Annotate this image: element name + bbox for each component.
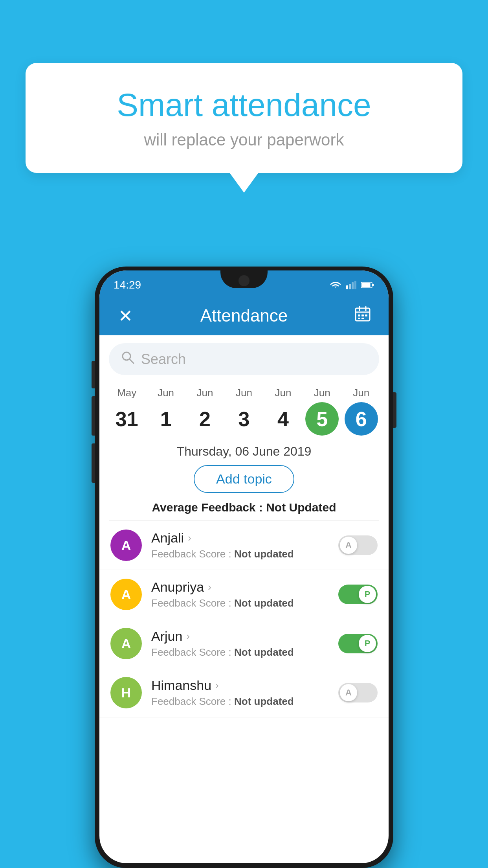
avatar: H <box>110 677 142 708</box>
date-item[interactable]: Jun5 <box>303 387 341 436</box>
date-item[interactable]: May31 <box>108 387 145 436</box>
student-item[interactable]: AAnupriya ›Feedback Score : Not updatedP <box>99 570 389 619</box>
date-item[interactable]: Jun4 <box>264 387 302 436</box>
signal-icon <box>346 281 356 289</box>
average-feedback: Average Feedback : Not Updated <box>99 501 389 514</box>
calendar-button[interactable] <box>351 305 374 326</box>
svg-rect-11 <box>358 314 360 316</box>
svg-rect-2 <box>352 282 354 289</box>
date-number[interactable]: 6 <box>345 402 378 436</box>
student-name: Himanshu › <box>151 678 338 693</box>
toggle-knob: P <box>359 586 376 603</box>
svg-rect-5 <box>362 283 371 287</box>
attendance-toggle[interactable]: A <box>338 535 378 555</box>
student-item[interactable]: HHimanshu ›Feedback Score : Not updatedA <box>99 668 389 717</box>
feedback-score: Feedback Score : Not updated <box>151 548 338 560</box>
search-icon <box>121 350 135 368</box>
silent-button <box>92 443 95 483</box>
student-name: Arjun › <box>151 629 338 644</box>
camera <box>238 275 250 286</box>
date-number[interactable]: 4 <box>266 402 300 436</box>
svg-rect-1 <box>349 284 351 289</box>
power-button <box>393 392 396 428</box>
feedback-score: Feedback Score : Not updated <box>151 646 338 658</box>
phone-screen: 14:29 <box>99 270 389 863</box>
volume-down-button <box>92 396 95 436</box>
student-info: Anjali ›Feedback Score : Not updated <box>151 530 338 560</box>
speech-bubble: Smart attendance will replace your paper… <box>26 63 462 173</box>
selected-date-label: Thursday, 06 June 2019 <box>99 444 389 459</box>
avg-feedback-value: Not Updated <box>266 501 336 514</box>
date-month-label: Jun <box>314 387 330 399</box>
svg-line-17 <box>130 359 134 363</box>
search-placeholder: Search <box>141 351 186 368</box>
date-month-label: Jun <box>158 387 174 399</box>
attendance-toggle[interactable]: A <box>338 683 378 702</box>
date-number[interactable]: 1 <box>149 402 183 436</box>
date-item[interactable]: Jun2 <box>186 387 224 436</box>
svg-rect-6 <box>372 284 374 286</box>
app-bar: ✕ Attendance <box>99 296 389 335</box>
chevron-icon: › <box>208 581 211 593</box>
date-month-label: Jun <box>197 387 213 399</box>
content-area: Search May31Jun1Jun2Jun3Jun4Jun5Jun6 Thu… <box>99 335 389 717</box>
avg-feedback-label: Average Feedback : <box>152 501 266 514</box>
wifi-icon <box>330 281 341 289</box>
feedback-score: Feedback Score : Not updated <box>151 695 338 708</box>
svg-rect-13 <box>365 314 367 316</box>
student-info: Anupriya ›Feedback Score : Not updated <box>151 579 338 609</box>
avatar: A <box>110 579 142 610</box>
attendance-toggle[interactable]: P <box>338 634 378 653</box>
avatar: A <box>110 628 142 659</box>
chevron-icon: › <box>188 532 191 544</box>
svg-rect-0 <box>346 285 348 289</box>
notch-area: 14:29 <box>99 270 389 296</box>
volume-up-button <box>92 361 95 388</box>
chevron-icon: › <box>215 679 219 691</box>
battery-icon <box>361 281 374 289</box>
date-number[interactable]: 5 <box>305 402 339 436</box>
status-icons <box>330 281 374 289</box>
date-month-label: Jun <box>275 387 291 399</box>
bubble-title: Smart attendance <box>57 86 431 123</box>
student-info: Himanshu ›Feedback Score : Not updated <box>151 678 338 708</box>
toggle-knob: A <box>340 684 357 701</box>
svg-rect-3 <box>354 281 356 289</box>
date-item[interactable]: Jun1 <box>147 387 185 436</box>
date-item[interactable]: Jun3 <box>225 387 262 436</box>
speech-bubble-container: Smart attendance will replace your paper… <box>26 63 462 173</box>
attendance-toggle[interactable]: P <box>338 585 378 604</box>
phone-frame: 14:29 <box>95 267 393 868</box>
student-name: Anjali › <box>151 530 338 546</box>
student-item[interactable]: AAnjali ›Feedback Score : Not updatedA <box>99 521 389 570</box>
date-strip: May31Jun1Jun2Jun3Jun4Jun5Jun6 <box>99 383 389 436</box>
student-item[interactable]: AArjun ›Feedback Score : Not updatedP <box>99 619 389 668</box>
avatar: A <box>110 530 142 561</box>
student-info: Arjun ›Feedback Score : Not updated <box>151 629 338 658</box>
bubble-subtitle: will replace your paperwork <box>57 131 431 149</box>
status-time: 14:29 <box>114 279 141 291</box>
search-bar[interactable]: Search <box>109 343 379 375</box>
add-topic-button[interactable]: Add topic <box>194 465 294 493</box>
date-month-label: Jun <box>353 387 369 399</box>
student-name: Anupriya › <box>151 579 338 595</box>
app-bar-title: Attendance <box>137 306 351 326</box>
feedback-score: Feedback Score : Not updated <box>151 597 338 609</box>
student-list: AAnjali ›Feedback Score : Not updatedAAA… <box>99 521 389 717</box>
phone-notch <box>220 270 268 288</box>
date-month-label: May <box>117 387 136 399</box>
toggle-knob: P <box>359 635 376 652</box>
date-item[interactable]: Jun6 <box>343 387 380 436</box>
date-month-label: Jun <box>236 387 252 399</box>
svg-rect-15 <box>361 318 364 319</box>
toggle-knob: A <box>340 537 357 554</box>
close-button[interactable]: ✕ <box>114 306 137 326</box>
date-number[interactable]: 2 <box>188 402 222 436</box>
date-number[interactable]: 3 <box>227 402 261 436</box>
svg-rect-12 <box>361 314 364 316</box>
date-number[interactable]: 31 <box>110 402 143 436</box>
chevron-icon: › <box>186 630 190 642</box>
svg-rect-14 <box>358 318 360 319</box>
